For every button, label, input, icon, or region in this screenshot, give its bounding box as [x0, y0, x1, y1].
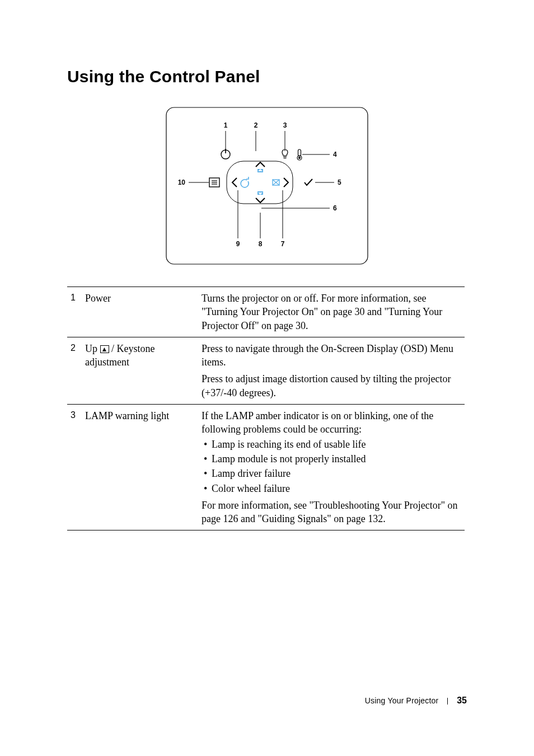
enter-check-icon [305, 179, 312, 185]
chevron-right-icon [284, 178, 288, 187]
row-label: LAMP warning light [82, 405, 198, 530]
callout-5: 5 [338, 179, 341, 186]
page-footer: Using Your Projector 35 [365, 696, 467, 706]
table-row: 2 Up ▲ / Keystone adjustment Press to na… [67, 337, 465, 404]
auto-adjust-icon [241, 177, 249, 187]
callout-9: 9 [236, 240, 240, 248]
svg-rect-15 [298, 149, 301, 156]
chevron-left-icon [232, 178, 237, 187]
chevron-down-icon [256, 198, 265, 203]
table-row: 3 LAMP warning light If the LAMP amber i… [67, 405, 465, 530]
description-table: 1 Power Turns the projector on or off. F… [67, 287, 465, 530]
row-bullets: Lamp is reaching its end of usable life … [202, 438, 461, 495]
footer-label: Using Your Projector [365, 696, 439, 705]
list-item: Color wheel failure [202, 482, 461, 495]
svg-point-17 [298, 157, 301, 159]
callout-4: 4 [333, 151, 337, 158]
footer-page-number: 35 [457, 696, 467, 705]
row-body-intro: If the LAMP amber indicator is on or bli… [202, 409, 461, 436]
row-body: Turns the projector on or off. For more … [198, 287, 465, 337]
row-number: 2 [67, 337, 82, 404]
control-panel-diagram: 1 2 3 4 5 6 9 8 7 [67, 102, 467, 270]
menu-icon [209, 178, 219, 187]
table-row: 1 Power Turns the projector on or off. F… [67, 287, 465, 337]
row-label-prefix: Up [85, 343, 100, 354]
row-label: Power [82, 287, 198, 337]
row-number: 3 [67, 405, 82, 530]
blank-screen-icon [273, 180, 279, 185]
callout-8: 8 [259, 240, 263, 248]
keystone-up-icon [257, 169, 263, 172]
footer-separator [447, 698, 448, 705]
row-body: If the LAMP amber indicator is on or bli… [198, 405, 465, 530]
row-label: Up ▲ / Keystone adjustment [82, 337, 198, 404]
row-body: Press to navigate through the On-Screen … [198, 337, 465, 404]
list-item: Lamp module is not properly installed [202, 452, 461, 466]
callout-6: 6 [333, 204, 337, 212]
row-body-para2: Press to adjust image distortion caused … [202, 372, 461, 400]
row-number: 1 [67, 287, 82, 337]
list-item: Lamp driver failure [202, 467, 461, 480]
chevron-up-icon [256, 162, 265, 167]
temp-icon [297, 149, 302, 160]
callout-3: 3 [283, 121, 287, 129]
row-body-more: For more information, see "Troubleshooti… [202, 499, 461, 526]
callout-10: 10 [178, 179, 186, 186]
list-item: Lamp is reaching its end of usable life [202, 438, 461, 451]
callout-2: 2 [254, 121, 258, 129]
power-icon [221, 149, 230, 159]
callout-1: 1 [224, 121, 228, 129]
callout-7: 7 [281, 240, 285, 248]
chevron-up-icon: ▲ [100, 345, 109, 353]
section-title: Using the Control Panel [67, 67, 467, 86]
keystone-down-icon [257, 191, 263, 195]
row-body-para1: Press to navigate through the On-Screen … [202, 342, 461, 369]
